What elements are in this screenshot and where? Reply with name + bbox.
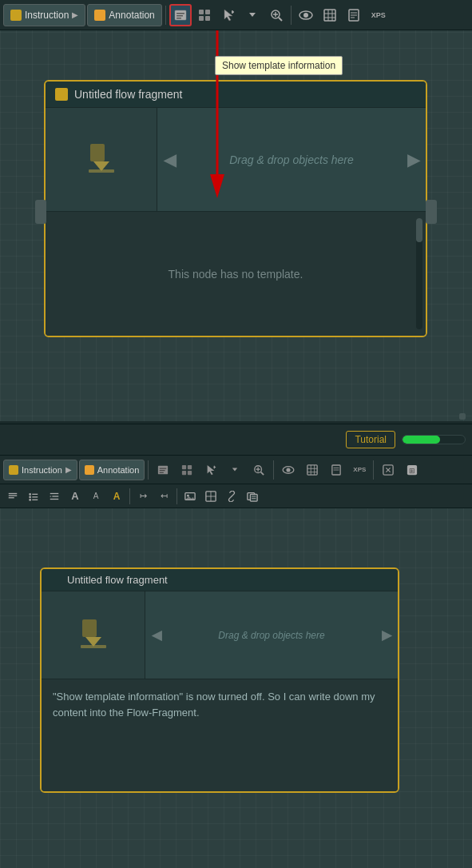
bottom-chevron-left-icon: ◀ bbox=[152, 627, 161, 643]
bottom-table-btn[interactable] bbox=[301, 459, 323, 481]
bottom-tab-annotation[interactable]: Annotation bbox=[79, 460, 145, 480]
svg-rect-34 bbox=[160, 470, 165, 471]
grid-button[interactable] bbox=[193, 4, 216, 26]
dropdown-icon bbox=[248, 9, 256, 22]
svg-rect-50 bbox=[307, 464, 317, 474]
bottom-table-icon bbox=[307, 464, 318, 476]
fmt-indent-btn[interactable] bbox=[45, 487, 64, 506]
bottom-flow-card-title: Untitled flow fragment bbox=[67, 574, 168, 586]
svg-rect-31 bbox=[89, 169, 114, 173]
bottom-grid-icon bbox=[181, 464, 192, 476]
tab-annotation-label: Annotation bbox=[109, 10, 154, 21]
bottom-tab-instruction[interactable]: Instruction ▶ bbox=[3, 460, 77, 480]
bottom-flow-card-icon bbox=[50, 575, 61, 586]
svg-marker-43 bbox=[232, 468, 237, 471]
svg-rect-38 bbox=[182, 470, 186, 474]
tutorial-bar: Tutorial bbox=[0, 424, 472, 456]
horizontal-scroll[interactable] bbox=[459, 413, 466, 420]
bottom-eye-btn[interactable] bbox=[277, 459, 299, 481]
bottom-panel: Instruction ▶ Annotation bbox=[0, 456, 472, 868]
bottom-xps-btn[interactable]: XPS bbox=[349, 459, 370, 481]
flow-card-title: Untitled flow fragment bbox=[74, 88, 182, 101]
download-icon bbox=[84, 141, 119, 179]
fmt-para-btn[interactable] bbox=[3, 487, 22, 506]
bottom-dropdown-btn[interactable] bbox=[224, 459, 246, 481]
fmt-img-btn[interactable] bbox=[180, 487, 200, 506]
right-connector bbox=[426, 200, 437, 224]
bottom-doc-btn[interactable] bbox=[325, 459, 347, 481]
separator-2 bbox=[291, 6, 292, 25]
bottom-flow-card-content[interactable]: "Show template information" is now turne… bbox=[42, 679, 398, 791]
svg-point-66 bbox=[29, 493, 31, 496]
bottom-format-toolbar: A A A ↦ ↤ bbox=[0, 484, 472, 508]
bottom-template-btn[interactable] bbox=[152, 459, 174, 481]
eye-button[interactable] bbox=[295, 4, 317, 26]
table-icon bbox=[323, 9, 336, 22]
bottom-instruction-icon bbox=[9, 465, 18, 475]
fmt-table2-btn[interactable] bbox=[201, 487, 220, 506]
separator-1 bbox=[165, 6, 166, 25]
svg-rect-33 bbox=[160, 468, 167, 468]
fmt-outdent-btn[interactable]: ↤ bbox=[154, 487, 173, 506]
flow-card-icon bbox=[55, 88, 68, 101]
bottom-grid-btn[interactable] bbox=[176, 459, 198, 481]
flow-card-body: ◀ Drag & drop objects here ▶ bbox=[46, 108, 426, 212]
svg-rect-1 bbox=[177, 13, 184, 14]
fmt-link-btn[interactable] bbox=[222, 487, 241, 506]
fmt-highlight-btn[interactable]: A bbox=[107, 487, 126, 506]
dropdown-button[interactable] bbox=[241, 4, 264, 26]
svg-line-82 bbox=[230, 495, 233, 498]
cursor-button[interactable] bbox=[217, 4, 240, 26]
fmt-list-btn[interactable] bbox=[24, 487, 43, 506]
svg-point-49 bbox=[287, 468, 291, 472]
scrollbar[interactable] bbox=[416, 218, 422, 329]
fmt-small-A-btn[interactable]: A bbox=[86, 487, 105, 506]
tab-instruction-arrow: ▶ bbox=[72, 10, 78, 19]
no-template-label: This node has no template. bbox=[169, 268, 303, 281]
tab-instruction-label: Instruction bbox=[25, 10, 69, 21]
bottom-sep-1 bbox=[148, 460, 149, 480]
bottom-zoom-icon bbox=[253, 464, 264, 476]
table2-icon bbox=[205, 491, 216, 502]
svg-rect-4 bbox=[199, 10, 204, 14]
scrollbar-thumb bbox=[416, 218, 422, 242]
fmt-special-btn[interactable] bbox=[243, 487, 262, 506]
image-icon bbox=[184, 491, 196, 502]
bottom-zoom-btn[interactable] bbox=[248, 459, 270, 481]
tab-annotation[interactable]: Annotation bbox=[87, 4, 161, 26]
grid-icon bbox=[198, 9, 211, 22]
tab-instruction[interactable]: Instruction ▶ bbox=[3, 4, 85, 26]
svg-text:⊞: ⊞ bbox=[409, 466, 415, 474]
svg-rect-87 bbox=[82, 619, 97, 637]
bottom-drag-drop-label: Drag & drop objects here bbox=[218, 630, 324, 641]
table-button[interactable] bbox=[319, 4, 341, 26]
svg-line-45 bbox=[261, 472, 264, 475]
svg-rect-7 bbox=[205, 16, 210, 21]
fmt-bold-A-btn[interactable]: A bbox=[65, 487, 85, 506]
svg-marker-40 bbox=[208, 464, 215, 474]
top-toolbar: Instruction ▶ Annotation bbox=[0, 0, 472, 30]
tooltip-template-info: Show template information bbox=[215, 56, 343, 75]
list-icon bbox=[28, 491, 39, 502]
zoom-button[interactable] bbox=[265, 4, 288, 26]
fmt-indent2-btn[interactable]: ↦ bbox=[133, 487, 153, 506]
xps-button[interactable]: XPS bbox=[367, 4, 391, 26]
bottom-flow-card-header: Untitled flow fragment bbox=[42, 569, 398, 591]
bottom-flow-card-right: ◀ Drag & drop objects here ▶ bbox=[145, 591, 398, 679]
bottom-flow-card-left bbox=[42, 591, 145, 679]
flow-fragment-card: Untitled flow fragment ◀ Drag & drop obj… bbox=[44, 80, 427, 337]
bottom-flow-fragment-card: Untitled flow fragment ◀ Drag & drop obj… bbox=[40, 567, 399, 793]
bottom-cursor-btn[interactable] bbox=[200, 459, 222, 481]
bottom-extra-icon2: ⊞ bbox=[407, 464, 418, 476]
template-info-button[interactable] bbox=[169, 4, 192, 26]
svg-point-67 bbox=[29, 496, 31, 498]
annotation-icon bbox=[94, 10, 105, 21]
bottom-extra-btn2[interactable]: ⊞ bbox=[401, 459, 423, 481]
bottom-extra-btn1[interactable] bbox=[377, 459, 399, 481]
svg-point-68 bbox=[29, 499, 31, 501]
bottom-doc-icon bbox=[331, 464, 341, 476]
doc-icon bbox=[348, 9, 359, 22]
svg-rect-39 bbox=[188, 470, 192, 474]
fmt-sep-1 bbox=[129, 488, 130, 504]
doc-button[interactable] bbox=[343, 4, 365, 26]
